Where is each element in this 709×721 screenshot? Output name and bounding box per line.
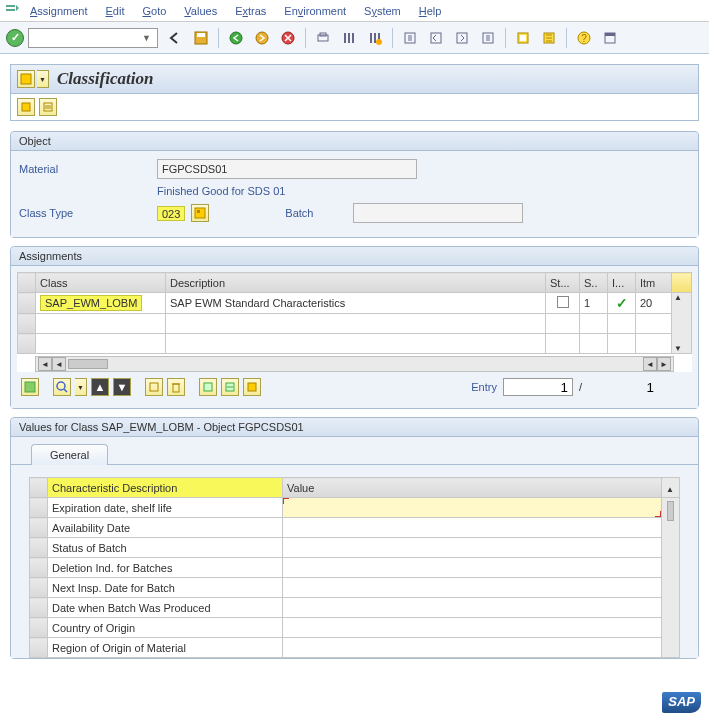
first-page-icon[interactable]	[399, 27, 421, 49]
find-icon[interactable]	[338, 27, 360, 49]
char-val-4[interactable]	[283, 578, 662, 598]
class-type-label: Class Type	[19, 207, 149, 219]
cell-st-checkbox[interactable]	[557, 296, 569, 308]
command-field[interactable]	[28, 28, 158, 48]
table-row[interactable]: Expiration date, shelf life	[30, 498, 680, 518]
char-desc-5: Date when Batch Was Produced	[48, 598, 283, 618]
table-row[interactable]	[18, 334, 692, 354]
save-icon[interactable]	[190, 27, 212, 49]
menu-extras[interactable]: Extras	[227, 3, 274, 19]
back-btn-icon[interactable]	[225, 27, 247, 49]
scroll-right2-icon[interactable]: ►	[657, 357, 671, 371]
char-val-5[interactable]	[283, 598, 662, 618]
menu-environment[interactable]: Environment	[276, 3, 354, 19]
char-val-0[interactable]	[283, 498, 662, 518]
table-row[interactable]: Next Insp. Date for Batch	[30, 578, 680, 598]
col-i[interactable]: I...	[608, 273, 636, 293]
enter-icon[interactable]: ✓	[6, 29, 24, 47]
char-vscroll-header: ▲	[662, 478, 680, 498]
help-icon[interactable]: ?	[573, 27, 595, 49]
menu-assignment[interactable]: Assignment	[22, 3, 95, 19]
atb-detail-icon[interactable]	[21, 378, 39, 396]
cell-class: SAP_EWM_LOBM	[40, 295, 142, 311]
exit-icon[interactable]	[251, 27, 273, 49]
char-scroll-thumb[interactable]	[667, 501, 674, 521]
sub-btn-1-icon[interactable]	[17, 98, 35, 116]
atb-down-icon[interactable]: ▼	[113, 378, 131, 396]
char-val-6[interactable]	[283, 618, 662, 638]
back-icon[interactable]	[164, 27, 186, 49]
svg-rect-27	[173, 384, 179, 392]
scroll-right-icon[interactable]: ◄	[643, 357, 657, 371]
title-btn-1-icon[interactable]	[17, 70, 35, 88]
title-btn-1-drop-icon[interactable]: ▼	[37, 70, 49, 88]
char-val-3[interactable]	[283, 558, 662, 578]
table-row[interactable]	[18, 314, 692, 334]
shortcut-icon[interactable]	[538, 27, 560, 49]
col-class[interactable]: Class	[36, 273, 166, 293]
sub-btn-2-icon[interactable]	[39, 98, 57, 116]
tab-general[interactable]: General	[31, 444, 108, 465]
new-session-icon[interactable]	[512, 27, 534, 49]
entry-from[interactable]	[503, 378, 573, 396]
layout-icon[interactable]	[599, 27, 621, 49]
col-st[interactable]: St...	[546, 273, 580, 293]
cancel-icon[interactable]	[277, 27, 299, 49]
table-row[interactable]: Country of Origin	[30, 618, 680, 638]
menu-help[interactable]: Help	[411, 3, 450, 19]
char-val-7[interactable]	[283, 638, 662, 658]
print-icon[interactable]	[312, 27, 334, 49]
menu-edit[interactable]: Edit	[97, 3, 132, 19]
char-desc-2: Status of Batch	[48, 538, 283, 558]
atb-delete-icon[interactable]	[167, 378, 185, 396]
table-row[interactable]: Region of Origin of Material	[30, 638, 680, 658]
dropdown-icon[interactable]: ▼	[142, 33, 151, 43]
col-char-desc[interactable]: Characteristic Description	[48, 478, 283, 498]
table-row[interactable]: Availability Date	[30, 518, 680, 538]
char-val-1[interactable]	[283, 518, 662, 538]
table-row[interactable]: SAP_EWM_LOBM SAP EWM Standard Characteri…	[18, 293, 692, 314]
assignments-panel: Assignments Class Description St... S.. …	[10, 246, 699, 409]
col-desc[interactable]: Description	[166, 273, 546, 293]
class-type-help-icon[interactable]	[191, 204, 209, 222]
scroll-left2-icon[interactable]: ◄	[52, 357, 66, 371]
svg-rect-23	[197, 210, 200, 213]
hscroll[interactable]: ◄ ◄ ◄ ►	[35, 356, 674, 372]
col-itm[interactable]: Itm	[636, 273, 672, 293]
svg-point-25	[57, 382, 65, 390]
find-next-icon[interactable]	[364, 27, 386, 49]
app-menu-icon[interactable]	[4, 3, 20, 19]
svg-rect-10	[457, 33, 467, 43]
scroll-thumb[interactable]	[68, 359, 108, 369]
menu-goto[interactable]: Goto	[134, 3, 174, 19]
col-s[interactable]: S..	[580, 273, 608, 293]
next-page-icon[interactable]	[451, 27, 473, 49]
last-page-icon[interactable]	[477, 27, 499, 49]
table-row[interactable]: Date when Batch Was Produced	[30, 598, 680, 618]
atb-sel1-icon[interactable]	[199, 378, 217, 396]
menu-values[interactable]: Values	[176, 3, 225, 19]
values-panel: Values for Class SAP_EWM_LOBM - Object F…	[10, 417, 699, 659]
atb-filter-icon[interactable]	[53, 378, 71, 396]
table-row[interactable]: Deletion Ind. for Batches	[30, 558, 680, 578]
svg-rect-18	[605, 33, 615, 36]
scroll-left-icon[interactable]: ◄	[38, 357, 52, 371]
atb-sel3-icon[interactable]	[243, 378, 261, 396]
atb-filter-drop-icon[interactable]: ▼	[75, 378, 87, 396]
object-header: Object	[11, 132, 698, 151]
atb-sel2-icon[interactable]	[221, 378, 239, 396]
prev-page-icon[interactable]	[425, 27, 447, 49]
char-val-2[interactable]	[283, 538, 662, 558]
table-row[interactable]: Status of Batch	[30, 538, 680, 558]
batch-field	[353, 203, 523, 223]
scroll-up-icon[interactable]: ▲	[674, 293, 682, 302]
title-area: ▼ Classification	[10, 64, 699, 121]
menu-system[interactable]: System	[356, 3, 409, 19]
atb-up-icon[interactable]: ▲	[91, 378, 109, 396]
table-config-icon[interactable]	[672, 273, 692, 293]
scroll-down-icon[interactable]: ▼	[674, 344, 682, 353]
material-value: FGPCSDS01	[162, 163, 227, 175]
row-selector[interactable]	[18, 293, 36, 314]
col-char-val[interactable]: Value	[283, 478, 662, 498]
atb-new-icon[interactable]	[145, 378, 163, 396]
